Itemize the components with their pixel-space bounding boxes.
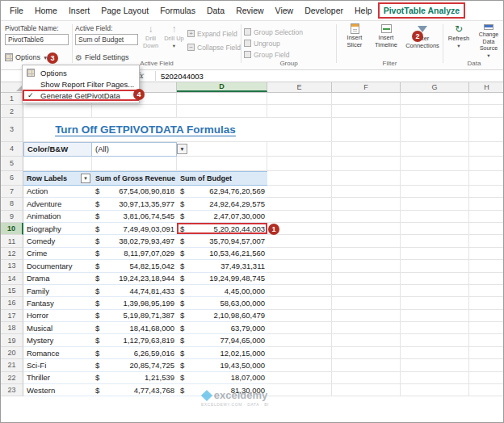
row-header-3[interactable]: 3	[1, 118, 23, 142]
row-header-22[interactable]: 22	[1, 372, 23, 384]
cell-F7[interactable]	[332, 186, 401, 198]
select-all-corner[interactable]	[1, 82, 23, 92]
cell-D4[interactable]	[177, 142, 267, 157]
cell-G1[interactable]	[401, 93, 469, 105]
row-header-9[interactable]: 9	[1, 211, 23, 223]
budget-cell[interactable]: $24,92,64,29,575	[177, 198, 267, 210]
cell-H20[interactable]	[469, 347, 503, 359]
cell-H19[interactable]	[469, 334, 503, 346]
row-label-cell[interactable]: Western	[23, 384, 92, 396]
budget-cell[interactable]: $18,07,000	[177, 372, 267, 384]
row-header-21[interactable]: 21	[1, 359, 23, 371]
cell-E18[interactable]	[267, 322, 332, 334]
row-header-13[interactable]: 13	[1, 260, 23, 272]
budget-cell[interactable]: $4,45,00,000	[177, 285, 267, 297]
budget-cell[interactable]: $58,63,00,000	[177, 297, 267, 309]
row-header-23[interactable]: 23	[1, 384, 23, 396]
cell-G17[interactable]	[401, 310, 469, 322]
cell-B2[interactable]	[23, 105, 92, 117]
cell-H10[interactable]	[469, 223, 503, 235]
row-header-2[interactable]: 2	[1, 105, 23, 117]
budget-cell[interactable]: $2,47,07,30,000	[177, 211, 267, 223]
cell-C5[interactable]	[92, 157, 177, 171]
cell-H11[interactable]	[469, 235, 503, 247]
drill-up-button[interactable]: ↑ Drill Up ▾	[163, 23, 185, 59]
cell-G22[interactable]	[401, 372, 469, 384]
row-label-cell[interactable]: Biography	[23, 223, 92, 235]
cell-F16[interactable]	[332, 297, 401, 309]
row-label-cell[interactable]: Documentary	[23, 260, 92, 272]
cell-G10[interactable]	[401, 223, 469, 235]
cell-H6[interactable]	[469, 171, 503, 186]
cell-C2[interactable]	[92, 105, 177, 117]
cell-G6[interactable]	[401, 171, 469, 186]
cell-H9[interactable]	[469, 211, 503, 223]
cell-G13[interactable]	[401, 260, 469, 272]
cell-G2[interactable]	[401, 105, 469, 117]
gross-revenue-cell[interactable]: $38,02,79,93,497	[92, 235, 177, 247]
budget-cell[interactable]: $10,53,46,21,560	[177, 248, 267, 260]
cell-E4[interactable]	[267, 142, 332, 157]
cell-H4[interactable]	[469, 142, 503, 157]
cell-H3[interactable]	[469, 118, 503, 142]
options-button[interactable]: Options ▼	[3, 51, 49, 64]
column-header-G[interactable]: G	[401, 82, 469, 92]
cell-E15[interactable]	[267, 285, 332, 297]
gross-revenue-cell[interactable]: $1,12,79,63,819	[92, 334, 177, 346]
budget-cell[interactable]: $63,79,000	[177, 322, 267, 334]
gross-revenue-cell[interactable]: $30,97,13,35,977	[92, 198, 177, 210]
insert-slicer-button[interactable]: Insert Slicer	[340, 23, 369, 59]
gross-revenue-cell[interactable]: $8,11,97,07,029	[92, 248, 177, 260]
cell-G23[interactable]	[401, 384, 469, 396]
row-label-cell[interactable]: Mystery	[23, 334, 92, 346]
budget-cell[interactable]: $37,49,31,311	[177, 260, 267, 272]
column-header-H[interactable]: H	[469, 82, 504, 92]
cell-F13[interactable]	[332, 260, 401, 272]
row-header-19[interactable]: 19	[1, 334, 23, 346]
row-header-18[interactable]: 18	[1, 322, 23, 334]
gross-revenue-cell[interactable]: $6,26,59,016	[92, 347, 177, 359]
gross-revenue-cell[interactable]: $5,19,89,71,387	[92, 310, 177, 322]
cell-E13[interactable]	[267, 260, 332, 272]
gross-revenue-cell[interactable]: $7,49,49,03,091	[92, 223, 177, 235]
row-label-cell[interactable]: Musical	[23, 322, 92, 334]
filter-value-cell[interactable]: (All)	[92, 142, 177, 157]
column-header-D[interactable]: D	[177, 82, 267, 92]
pivot-header-budget[interactable]: Sum of Budget	[177, 171, 267, 186]
collapse-field-button[interactable]: − Collapse Field	[187, 42, 241, 52]
tab-pivottable-analyze[interactable]: PivotTable Analyze	[378, 2, 466, 19]
cell-G16[interactable]	[401, 297, 469, 309]
budget-cell[interactable]: $12,02,15,000	[177, 347, 267, 359]
gross-revenue-cell[interactable]: $1,39,98,95,199	[92, 297, 177, 309]
cell-G7[interactable]	[401, 186, 469, 198]
cell-E6[interactable]	[267, 171, 332, 186]
cell-H1[interactable]	[469, 93, 503, 105]
cell-F19[interactable]	[332, 334, 401, 346]
group-selection-button[interactable]: Group Selection	[244, 27, 303, 37]
cell-E17[interactable]	[267, 310, 332, 322]
cell-G12[interactable]	[401, 248, 469, 260]
row-header-12[interactable]: 12	[1, 248, 23, 260]
cell-G4[interactable]	[401, 142, 469, 157]
formula-bar-value[interactable]: 5202044003	[161, 72, 204, 81]
filter-dropdown-button[interactable]: ▼	[177, 144, 187, 154]
column-header-E[interactable]: E	[267, 82, 332, 92]
cell-G14[interactable]	[401, 273, 469, 285]
gross-revenue-cell[interactable]: $54,82,15,042	[92, 260, 177, 272]
row-header-20[interactable]: 20	[1, 347, 23, 359]
tab-insert[interactable]: Insert	[63, 2, 95, 19]
cell-H7[interactable]	[469, 186, 503, 198]
cell-G3[interactable]	[401, 118, 469, 142]
cell-E14[interactable]	[267, 273, 332, 285]
cell-F15[interactable]	[332, 285, 401, 297]
cell-H15[interactable]	[469, 285, 503, 297]
cell-E22[interactable]	[267, 372, 332, 384]
cell-B5[interactable]	[23, 157, 92, 171]
change-data-source-dropdown-arrow-icon[interactable]: ▾	[487, 52, 489, 60]
cell-G20[interactable]	[401, 347, 469, 359]
cell-H14[interactable]	[469, 273, 503, 285]
tab-home[interactable]: Home	[29, 2, 63, 19]
cell-G15[interactable]	[401, 285, 469, 297]
gross-revenue-cell[interactable]: $1,21,539	[92, 372, 177, 384]
menu-item-options[interactable]: Options	[23, 67, 139, 78]
